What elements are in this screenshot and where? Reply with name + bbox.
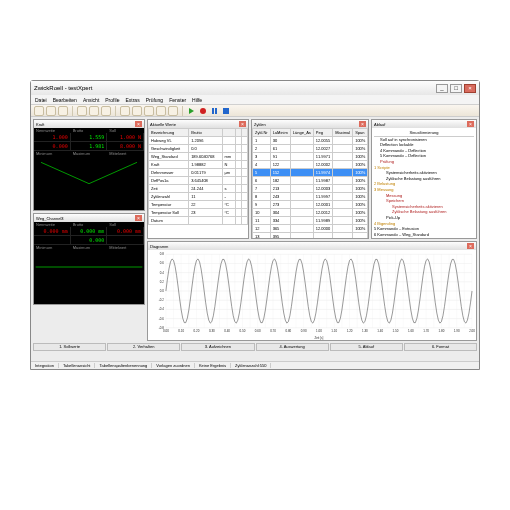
close-icon[interactable]: × xyxy=(467,121,474,127)
menu-item[interactable]: Fenster xyxy=(169,97,186,103)
svg-text:0.40: 0.40 xyxy=(224,329,230,333)
workspace: Kraft× NennweiteBruttoSoll 1.0001.5591.0… xyxy=(31,117,479,361)
tool-c-icon[interactable] xyxy=(144,106,154,116)
procedure-tree[interactable]: SinusförmierungSoll auf in synchronisier… xyxy=(372,128,476,239)
tool-d-icon[interactable] xyxy=(156,106,166,116)
table-row[interactable]: 824311.9997100% xyxy=(253,193,368,201)
panel-title: Kraft xyxy=(36,122,44,127)
cycles-table[interactable]: Zykl.NrLaMinimLänge_AsPegMaximalSpan1301… xyxy=(252,128,368,239)
svg-text:1.40: 1.40 xyxy=(377,329,383,333)
pause-icon[interactable] xyxy=(212,108,217,114)
table-row[interactable]: Zeit24.244s xyxy=(149,185,248,193)
mini-plot xyxy=(35,157,143,189)
table-row[interactable]: 1236512.0000100% xyxy=(253,225,368,233)
values-table[interactable]: BezeichnungBruttoHubweg VL1.2096Geschwin… xyxy=(148,128,248,225)
menubar: Datei Bearbeiten Ansicht Profile Extras … xyxy=(31,95,479,105)
close-icon[interactable]: × xyxy=(135,121,142,127)
svg-text:0.2: 0.2 xyxy=(160,280,164,284)
mini-plot xyxy=(35,251,143,283)
svg-text:2.00: 2.00 xyxy=(469,329,475,333)
diagram-plot[interactable]: -0.8-0.6-0.4-0.20.00.20.40.60.80.000.100… xyxy=(148,250,476,340)
table-row[interactable]: DefPos1a3.645408 xyxy=(149,177,248,185)
tab[interactable]: 5. Ablauf xyxy=(330,343,403,351)
table-row[interactable]: Geschwindigkeit0.0 xyxy=(149,145,248,153)
table-row[interactable]: 26112.0027100% xyxy=(253,145,368,153)
table-row[interactable]: Weg_Standard189.6040768mm xyxy=(149,153,248,161)
tool-b-icon[interactable] xyxy=(132,106,142,116)
menu-item[interactable]: Prüfung xyxy=(146,97,164,103)
svg-text:1.90: 1.90 xyxy=(454,329,460,333)
panel-kraft: Kraft× NennweiteBruttoSoll 1.0001.5591.0… xyxy=(33,119,145,211)
tool-cut-icon[interactable] xyxy=(77,106,87,116)
menu-item[interactable]: Datei xyxy=(35,97,47,103)
table-row[interactable]: Temperatur Soll23°C xyxy=(149,209,248,217)
svg-text:-0.6: -0.6 xyxy=(159,317,164,321)
tool-open-icon[interactable] xyxy=(46,106,56,116)
svg-text:0.20: 0.20 xyxy=(194,329,200,333)
svg-text:-0.4: -0.4 xyxy=(159,307,164,311)
close-icon[interactable]: × xyxy=(359,121,366,127)
menu-item[interactable]: Profile xyxy=(105,97,119,103)
table-row[interactable]: 1030412.0012100% xyxy=(253,209,368,217)
tool-copy-icon[interactable] xyxy=(89,106,99,116)
titlebar[interactable]: ZwickRoell - testXpert _ □ × xyxy=(31,81,479,95)
close-icon[interactable]: × xyxy=(467,243,474,249)
tool-paste-icon[interactable] xyxy=(101,106,111,116)
tab[interactable]: 3. Aufzeichnen xyxy=(181,343,254,351)
table-row[interactable]: Dehnmesser0.01179µm xyxy=(149,169,248,177)
table-row[interactable]: 13395 xyxy=(253,233,368,240)
panel-cycles: Zyklen× Zykl.NrLaMinimLänge_AsPegMaximal… xyxy=(251,119,369,239)
tool-new-icon[interactable] xyxy=(34,106,44,116)
tab[interactable]: 1. Sollwerte xyxy=(33,343,106,351)
table-row[interactable]: 618211.9987100% xyxy=(253,177,368,185)
tab[interactable]: 6. Format xyxy=(404,343,477,351)
stop-icon[interactable] xyxy=(223,108,229,114)
table-row[interactable]: 721312.0003100% xyxy=(253,185,368,193)
table-row[interactable]: Temperatur22°C xyxy=(149,201,248,209)
maximize-button[interactable]: □ xyxy=(450,84,462,93)
toolbar xyxy=(31,105,479,117)
play-icon[interactable] xyxy=(189,108,194,114)
table-row[interactable]: 927312.0001100% xyxy=(253,201,368,209)
svg-text:Zeit [s]: Zeit [s] xyxy=(314,336,323,340)
svg-text:0.80: 0.80 xyxy=(285,329,291,333)
record-icon[interactable] xyxy=(200,108,206,114)
menu-item[interactable]: Extras xyxy=(125,97,139,103)
table-row[interactable]: Zyklenzahl11- xyxy=(149,193,248,201)
svg-text:1.50: 1.50 xyxy=(393,329,399,333)
tree-item[interactable]: 7 Belastung xyxy=(374,237,474,239)
tab[interactable]: 2. Verhalten xyxy=(107,343,180,351)
svg-text:1.30: 1.30 xyxy=(362,329,368,333)
menu-item[interactable]: Ansicht xyxy=(83,97,99,103)
svg-text:0.30: 0.30 xyxy=(209,329,215,333)
table-row[interactable]: 39111.9971100% xyxy=(253,153,368,161)
tool-e-icon[interactable] xyxy=(168,106,178,116)
close-button[interactable]: × xyxy=(464,84,476,93)
svg-text:0.50: 0.50 xyxy=(240,329,246,333)
table-row[interactable]: Hubweg VL1.2096 xyxy=(149,137,248,145)
svg-text:0.90: 0.90 xyxy=(301,329,307,333)
table-row[interactable]: 515211.9974100% xyxy=(253,169,368,177)
tool-a-icon[interactable] xyxy=(120,106,130,116)
svg-text:0.6: 0.6 xyxy=(160,261,164,265)
close-icon[interactable]: × xyxy=(135,215,142,221)
menu-item[interactable]: Bearbeiten xyxy=(53,97,77,103)
svg-text:0.60: 0.60 xyxy=(255,329,261,333)
tool-save-icon[interactable] xyxy=(58,106,68,116)
panel-weg: Weg_Channel3× NennweiteBruttoSoll 0.000 … xyxy=(33,213,145,305)
table-row[interactable]: 412212.0002100% xyxy=(253,161,368,169)
tab[interactable]: 4. Auswertung xyxy=(256,343,329,351)
table-row[interactable]: 13012.0055100% xyxy=(253,137,368,145)
table-row[interactable]: Kraft1.98882N xyxy=(149,161,248,169)
app-title: ZwickRoell - testXpert xyxy=(34,85,92,91)
statusbar: Integration Tabellenansicht Tabellenspal… xyxy=(31,361,479,369)
menu-item[interactable]: Hilfe xyxy=(192,97,202,103)
close-icon[interactable]: × xyxy=(239,121,246,127)
table-row[interactable]: Datum xyxy=(149,217,248,225)
panel-title: Weg_Channel3 xyxy=(36,216,64,221)
table-row[interactable]: 1133411.9989100% xyxy=(253,217,368,225)
svg-text:1.70: 1.70 xyxy=(423,329,429,333)
minimize-button[interactable]: _ xyxy=(436,84,448,93)
svg-text:1.00: 1.00 xyxy=(316,329,322,333)
panel-tree: Ablauf× SinusförmierungSoll auf in synch… xyxy=(371,119,477,239)
